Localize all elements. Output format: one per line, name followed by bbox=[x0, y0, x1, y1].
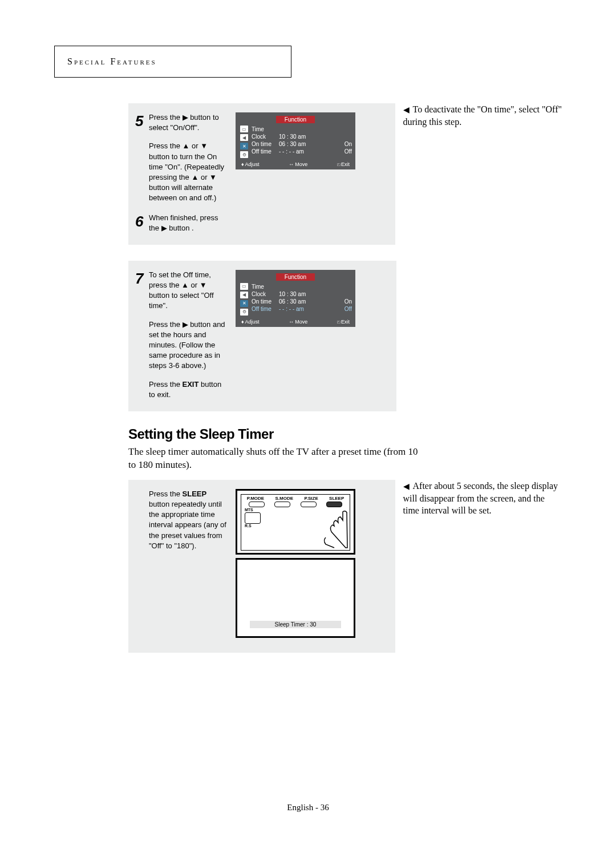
osd-adjust: ♦ Adjust bbox=[241, 161, 260, 167]
osd-time-lbl: Time bbox=[252, 126, 279, 132]
step-text: When finished, press the ▶ button . bbox=[149, 213, 233, 233]
osd-exit: ⏍ Exit bbox=[337, 319, 350, 325]
remote-btn-label: P.SIZE bbox=[304, 496, 318, 501]
remote-btn-label: P.MODE bbox=[247, 496, 265, 501]
up-arrow-icon: ▲ bbox=[191, 173, 198, 181]
steps-block-2: 7 To set the Off time, press the ▲ or ▼ … bbox=[128, 261, 396, 411]
header-text: Special Features bbox=[67, 56, 157, 66]
remote-button bbox=[249, 502, 265, 507]
remote-btn-label: S.MODE bbox=[275, 496, 294, 501]
steps-block-1: 5 Press the ▶ button to select "On/Off".… bbox=[128, 103, 395, 245]
remote-btn-label: SLEEP bbox=[329, 496, 344, 501]
left-pointer-icon: ◀ bbox=[403, 482, 410, 492]
up-arrow-icon: ▲ bbox=[183, 141, 190, 150]
step-number: 7 bbox=[135, 270, 149, 286]
remote-button bbox=[301, 502, 317, 507]
remote-button bbox=[274, 502, 290, 507]
osd-on-stat: On bbox=[339, 141, 352, 147]
step-number: 5 bbox=[135, 112, 149, 128]
osd-off-val: - - : - - am bbox=[279, 306, 339, 312]
steps-block-3: Press the SLEEP button repeatedly until … bbox=[128, 480, 395, 653]
note-text: To deactivate the "On time", select "Off… bbox=[403, 104, 562, 127]
osd-menu: Function ▭ ◀ ✕ ⚙ Time Clock10 : 30 am bbox=[236, 270, 355, 327]
osd-off-val: - - : - - am bbox=[279, 148, 339, 155]
step-text: Press the ▶ button to select "On/Off". P… bbox=[149, 112, 233, 204]
remote-pad bbox=[245, 512, 261, 524]
osd-menu: Function ▭ ◀ ✕ ⚙ Time Clock10 : 30 am bbox=[236, 112, 355, 169]
sound-icon: ◀ bbox=[240, 134, 248, 141]
osd-move: ↔ Move bbox=[289, 161, 307, 167]
osd-on-val: 06 : 30 am bbox=[279, 298, 339, 305]
osd-clock-lbl: Clock bbox=[252, 291, 279, 297]
step-number: 6 bbox=[135, 213, 149, 229]
step-7: 7 To set the Off time, press the ▲ or ▼ … bbox=[128, 266, 396, 406]
right-arrow-icon: ▶ bbox=[161, 224, 167, 232]
picture-icon: ▭ bbox=[240, 126, 248, 132]
down-arrow-icon: ▼ bbox=[200, 141, 208, 150]
channel-icon: ✕ bbox=[240, 300, 248, 307]
osd-off-stat: Off bbox=[339, 306, 352, 312]
osd-clock-val: 10 : 30 am bbox=[279, 134, 352, 140]
osd-title: Function bbox=[276, 273, 315, 281]
right-arrow-icon: ▶ bbox=[183, 113, 188, 122]
page-footer: English - 36 bbox=[0, 803, 616, 812]
osd-time-lbl: Time bbox=[252, 284, 279, 290]
step-sleep: Press the SLEEP button repeatedly until … bbox=[128, 486, 395, 644]
osd-clock-lbl: Clock bbox=[252, 134, 279, 140]
osd-clock-val: 10 : 30 am bbox=[279, 291, 352, 297]
step-5: 5 Press the ▶ button to select "On/Off".… bbox=[128, 109, 395, 209]
note-text: After about 5 seconds, the sleep display… bbox=[403, 481, 558, 515]
side-note-1: ◀To deactivate the "On time", select "Of… bbox=[403, 103, 562, 128]
page-header: Special Features bbox=[54, 46, 291, 78]
remote-sleep-button bbox=[326, 502, 342, 507]
hand-icon bbox=[291, 509, 348, 549]
osd-on-lbl: On time bbox=[252, 141, 279, 147]
osd-adjust: ♦ Adjust bbox=[241, 319, 260, 325]
step-number bbox=[135, 489, 149, 490]
side-note-2: ◀After about 5 seconds, the sleep displa… bbox=[403, 480, 562, 517]
right-arrow-icon: ▶ bbox=[183, 320, 188, 329]
step-text: To set the Off time, press the ▲ or ▼ bu… bbox=[149, 270, 233, 400]
down-arrow-icon: ▼ bbox=[200, 281, 207, 289]
left-pointer-icon: ◀ bbox=[403, 105, 410, 116]
setup-icon: ⚙ bbox=[240, 309, 248, 316]
osd-on-val: 06 : 30 am bbox=[279, 141, 339, 147]
channel-icon: ✕ bbox=[240, 143, 248, 149]
step-text: Press the SLEEP button repeatedly until … bbox=[149, 489, 233, 551]
osd-off-stat: Off bbox=[339, 148, 352, 155]
osd-off-lbl: Off time bbox=[252, 306, 279, 312]
section-intro: The sleep timer automatically shuts off … bbox=[128, 446, 425, 472]
picture-icon: ▭ bbox=[240, 283, 248, 290]
osd-exit: ⏍ Exit bbox=[337, 161, 350, 167]
tv-screen-illustration: Sleep Timer : 30 bbox=[236, 558, 355, 638]
osd-title: Function bbox=[276, 116, 315, 123]
section-title: Setting the Sleep Timer bbox=[128, 426, 562, 442]
osd-move: ↔ Move bbox=[289, 319, 307, 325]
step-6: 6 When finished, press the ▶ button . bbox=[128, 209, 395, 239]
down-arrow-icon: ▼ bbox=[209, 173, 217, 181]
osd-on-stat: On bbox=[339, 298, 352, 305]
osd-on-lbl: On time bbox=[252, 298, 279, 305]
osd-off-lbl: Off time bbox=[252, 148, 279, 155]
remote-illustration: P.MODE S.MODE P.SIZE SLEEP bbox=[236, 489, 355, 555]
sound-icon: ◀ bbox=[240, 292, 248, 298]
setup-icon: ⚙ bbox=[240, 151, 248, 158]
sleep-timer-bar: Sleep Timer : 30 bbox=[250, 621, 341, 628]
up-arrow-icon: ▲ bbox=[181, 281, 189, 289]
